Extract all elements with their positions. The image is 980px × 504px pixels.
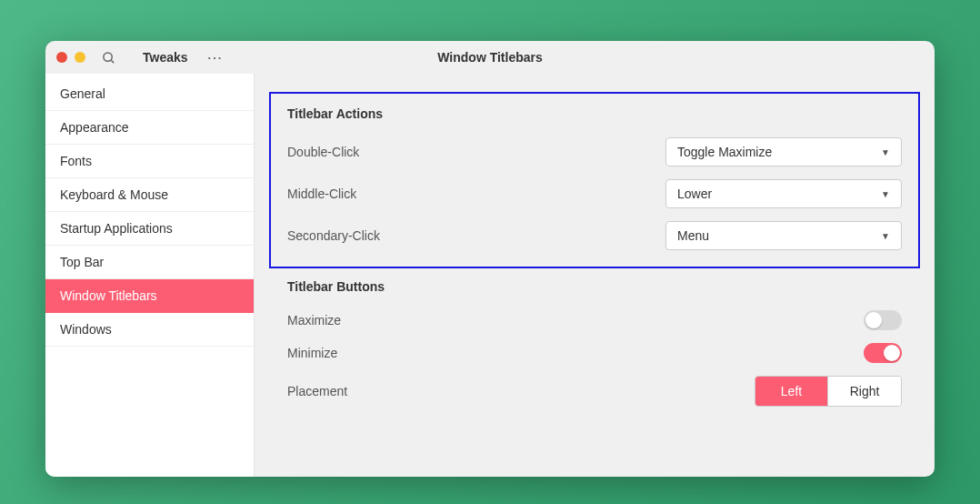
sidebar-item-label: Fonts [60, 154, 92, 168]
window-body: General Appearance Fonts Keyboard & Mous… [45, 74, 935, 477]
row-maximize: Maximize [287, 310, 902, 330]
secondary-click-label: Secondary-Click [287, 228, 380, 243]
sidebar-item-appearance[interactable]: Appearance [45, 111, 254, 145]
placement-label: Placement [287, 384, 347, 398]
sidebar: General Appearance Fonts Keyboard & Mous… [45, 74, 255, 477]
sidebar-item-keyboard-mouse[interactable]: Keyboard & Mouse [45, 178, 254, 212]
toggle-knob [884, 345, 900, 361]
row-secondary-click: Secondary-Click Menu ▼ [287, 221, 902, 250]
toggle-knob [865, 312, 882, 328]
traffic-lights [56, 52, 85, 63]
tweaks-window: Tweaks ··· Window Titlebars General Appe… [45, 41, 935, 477]
sidebar-item-label: Appearance [60, 120, 129, 135]
minimize-toggle[interactable] [864, 343, 902, 363]
middle-click-label: Middle-Click [287, 186, 356, 201]
titlebar-actions-section: Titlebar Actions Double-Click Toggle Max… [269, 92, 920, 268]
secondary-click-dropdown[interactable]: Menu ▼ [665, 221, 902, 250]
sidebar-item-label: Window Titlebars [60, 288, 157, 303]
chevron-down-icon: ▼ [881, 231, 890, 241]
sidebar-item-label: Windows [60, 322, 112, 337]
maximize-label: Maximize [287, 313, 341, 328]
segment-label: Right [850, 384, 880, 398]
minimize-button[interactable] [75, 52, 85, 63]
chevron-down-icon: ▼ [881, 147, 890, 157]
sidebar-item-general[interactable]: General [45, 77, 254, 111]
chevron-down-icon: ▼ [881, 189, 890, 199]
close-button[interactable] [56, 52, 67, 63]
maximize-toggle[interactable] [864, 310, 902, 330]
titlebar-buttons-section: Titlebar Buttons Maximize Minimize Place… [269, 279, 920, 407]
sidebar-item-windows[interactable]: Windows [45, 313, 254, 347]
sidebar-item-window-titlebars[interactable]: Window Titlebars [45, 279, 254, 313]
minimize-label: Minimize [287, 346, 337, 360]
placement-segmented: Left Right [755, 376, 902, 407]
sidebar-item-label: Keyboard & Mouse [60, 187, 168, 202]
section-title-actions: Titlebar Actions [287, 106, 902, 121]
sidebar-item-startup-apps[interactable]: Startup Applications [45, 212, 254, 246]
search-icon[interactable] [102, 51, 115, 65]
sidebar-item-label: Top Bar [60, 255, 104, 269]
double-click-dropdown[interactable]: Toggle Maximize ▼ [665, 137, 902, 166]
sidebar-item-label: Startup Applications [60, 221, 173, 236]
row-middle-click: Middle-Click Lower ▼ [287, 179, 902, 208]
app-title: Tweaks [143, 50, 188, 65]
dropdown-value: Toggle Maximize [677, 145, 772, 159]
svg-line-1 [111, 60, 114, 63]
titlebar: Tweaks ··· Window Titlebars [45, 41, 935, 74]
content-pane: Titlebar Actions Double-Click Toggle Max… [255, 74, 935, 477]
placement-left-button[interactable]: Left [755, 377, 828, 406]
row-double-click: Double-Click Toggle Maximize ▼ [287, 137, 902, 166]
sidebar-item-label: General [60, 86, 105, 101]
section-title-buttons: Titlebar Buttons [287, 279, 902, 294]
sidebar-item-top-bar[interactable]: Top Bar [45, 246, 254, 279]
row-minimize: Minimize [287, 343, 902, 363]
sidebar-item-fonts[interactable]: Fonts [45, 145, 254, 178]
middle-click-dropdown[interactable]: Lower ▼ [665, 179, 902, 208]
placement-right-button[interactable]: Right [828, 377, 901, 406]
segment-label: Left [781, 384, 802, 398]
more-icon[interactable]: ··· [208, 51, 224, 65]
svg-point-0 [104, 52, 112, 60]
row-placement: Placement Left Right [287, 376, 902, 407]
dropdown-value: Lower [677, 186, 712, 201]
dropdown-value: Menu [677, 228, 709, 243]
page-title: Window Titlebars [437, 50, 543, 65]
double-click-label: Double-Click [287, 145, 359, 159]
